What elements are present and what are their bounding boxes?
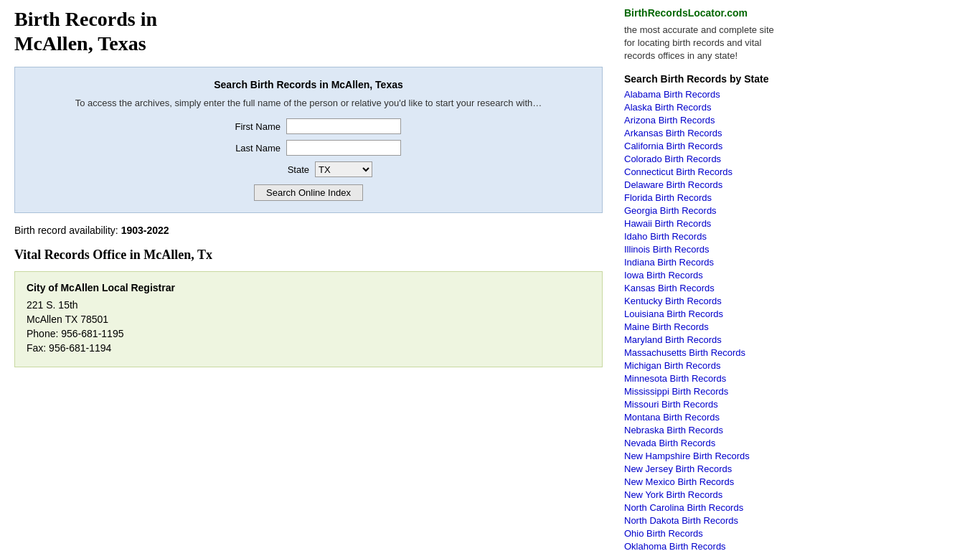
office-name: City of McAllen Local Registrar <box>27 282 590 293</box>
list-item: Kentucky Birth Records <box>624 296 775 307</box>
sidebar-section-title: Search Birth Records by State <box>624 73 775 85</box>
list-item: Ohio Birth Records <box>624 528 775 540</box>
state-links-list: Alabama Birth RecordsAlaska Birth Record… <box>624 89 775 551</box>
state-link[interactable]: Indiana Birth Records <box>624 257 714 268</box>
state-link[interactable]: Montana Birth Records <box>624 412 720 423</box>
office-phone: Phone: 956-681-1195 <box>27 328 590 339</box>
search-form-box: Search Birth Records in McAllen, Texas T… <box>14 67 603 213</box>
list-item: Idaho Birth Records <box>624 231 775 242</box>
list-item: Massachusetts Birth Records <box>624 347 775 359</box>
state-link[interactable]: Oklahoma Birth Records <box>624 541 726 551</box>
list-item: Alaska Birth Records <box>624 102 775 113</box>
state-link[interactable]: North Carolina Birth Records <box>624 502 743 513</box>
first-name-input[interactable] <box>286 118 401 134</box>
list-item: Nebraska Birth Records <box>624 425 775 436</box>
state-link[interactable]: Iowa Birth Records <box>624 270 703 281</box>
last-name-label: Last Name <box>216 143 281 154</box>
state-link[interactable]: New Hampshire Birth Records <box>624 451 750 461</box>
list-item: Minnesota Birth Records <box>624 373 775 385</box>
list-item: Oklahoma Birth Records <box>624 541 775 551</box>
state-select[interactable]: TX <box>315 161 372 177</box>
state-link[interactable]: Delaware Birth Records <box>624 179 722 190</box>
state-link[interactable]: Illinois Birth Records <box>624 244 710 255</box>
state-link[interactable]: Ohio Birth Records <box>624 528 703 539</box>
state-link[interactable]: Arizona Birth Records <box>624 115 715 126</box>
list-item: Arizona Birth Records <box>624 115 775 126</box>
state-link[interactable]: Idaho Birth Records <box>624 231 707 242</box>
list-item: Hawaii Birth Records <box>624 218 775 230</box>
list-item: Iowa Birth Records <box>624 270 775 281</box>
availability-text: Birth record availability: 1903-2022 <box>14 225 603 236</box>
state-link[interactable]: Mississippi Birth Records <box>624 386 728 397</box>
list-item: Nevada Birth Records <box>624 438 775 449</box>
state-link[interactable]: California Birth Records <box>624 141 722 151</box>
state-link[interactable]: Massachusetts Birth Records <box>624 347 745 358</box>
state-link[interactable]: Arkansas Birth Records <box>624 128 722 138</box>
state-link[interactable]: Michigan Birth Records <box>624 360 720 371</box>
list-item: Connecticut Birth Records <box>624 166 775 178</box>
list-item: North Carolina Birth Records <box>624 502 775 514</box>
state-label: State <box>245 164 309 175</box>
list-item: Illinois Birth Records <box>624 244 775 255</box>
vital-records-heading: Vital Records Office in McAllen, Tx <box>14 248 603 263</box>
state-link[interactable]: Colorado Birth Records <box>624 154 721 164</box>
state-link[interactable]: Alabama Birth Records <box>624 89 720 100</box>
list-item: Georgia Birth Records <box>624 205 775 217</box>
list-item: Louisiana Birth Records <box>624 309 775 320</box>
list-item: Missouri Birth Records <box>624 399 775 410</box>
first-name-label: First Name <box>216 121 281 132</box>
list-item: New York Birth Records <box>624 489 775 501</box>
list-item: New Jersey Birth Records <box>624 463 775 475</box>
state-link[interactable]: New Mexico Birth Records <box>624 476 734 487</box>
list-item: California Birth Records <box>624 141 775 152</box>
office-fax: Fax: 956-681-1194 <box>27 342 590 354</box>
state-link[interactable]: Connecticut Birth Records <box>624 166 732 177</box>
state-link[interactable]: New Jersey Birth Records <box>624 463 732 474</box>
state-link[interactable]: Missouri Birth Records <box>624 399 718 410</box>
state-link[interactable]: Nebraska Birth Records <box>624 425 723 435</box>
office-address2: McAllen TX 78501 <box>27 314 590 325</box>
state-link[interactable]: Florida Birth Records <box>624 192 712 203</box>
state-link[interactable]: Nevada Birth Records <box>624 438 715 448</box>
office-address1: 221 S. 15th <box>27 299 590 311</box>
office-card: City of McAllen Local Registrar 221 S. 1… <box>14 271 603 367</box>
list-item: New Mexico Birth Records <box>624 476 775 488</box>
state-link[interactable]: Maryland Birth Records <box>624 334 722 345</box>
state-link[interactable]: Kentucky Birth Records <box>624 296 722 306</box>
search-box-description: To access the archives, simply enter the… <box>29 98 588 108</box>
state-link[interactable]: Alaska Birth Records <box>624 102 711 113</box>
list-item: Indiana Birth Records <box>624 257 775 268</box>
state-link[interactable]: Louisiana Birth Records <box>624 309 723 319</box>
sidebar-tagline: the most accurate and complete site for … <box>624 24 775 63</box>
state-link[interactable]: Kansas Birth Records <box>624 283 715 293</box>
list-item: Maine Birth Records <box>624 321 775 333</box>
list-item: Maryland Birth Records <box>624 334 775 346</box>
site-link[interactable]: BirthRecordsLocator.com <box>624 7 748 19</box>
state-link[interactable]: Minnesota Birth Records <box>624 373 726 384</box>
list-item: Kansas Birth Records <box>624 283 775 294</box>
state-link[interactable]: North Dakota Birth Records <box>624 515 738 526</box>
state-link[interactable]: Maine Birth Records <box>624 321 709 332</box>
page-title: Birth Records in McAllen, Texas <box>14 7 603 55</box>
last-name-input[interactable] <box>286 140 401 156</box>
list-item: Mississippi Birth Records <box>624 386 775 397</box>
list-item: Montana Birth Records <box>624 412 775 423</box>
list-item: Michigan Birth Records <box>624 360 775 372</box>
list-item: Florida Birth Records <box>624 192 775 204</box>
sidebar: BirthRecordsLocator.com the most accurat… <box>617 7 775 551</box>
list-item: Alabama Birth Records <box>624 89 775 100</box>
list-item: North Dakota Birth Records <box>624 515 775 527</box>
state-link[interactable]: New York Birth Records <box>624 489 722 500</box>
list-item: Delaware Birth Records <box>624 179 775 191</box>
state-link[interactable]: Georgia Birth Records <box>624 205 717 216</box>
list-item: Arkansas Birth Records <box>624 128 775 139</box>
list-item: New Hampshire Birth Records <box>624 451 775 462</box>
list-item: Colorado Birth Records <box>624 154 775 165</box>
search-box-heading: Search Birth Records in McAllen, Texas <box>29 79 588 90</box>
availability-years: 1903-2022 <box>121 225 169 236</box>
state-link[interactable]: Hawaii Birth Records <box>624 218 711 229</box>
search-button[interactable]: Search Online Index <box>254 184 363 201</box>
